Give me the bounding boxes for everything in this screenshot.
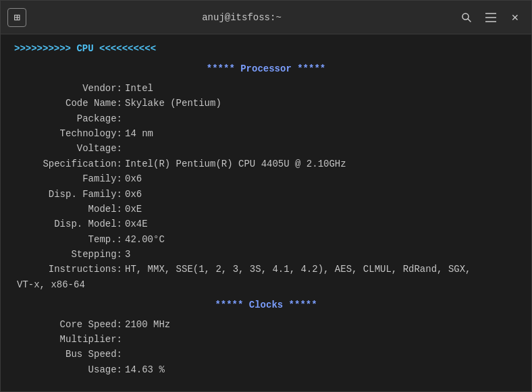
- menu-button[interactable]: [481, 8, 500, 27]
- disp-family-label: Disp. Family:: [14, 187, 122, 202]
- model-value: 0xE: [125, 202, 142, 217]
- voltage-line: Voltage:: [14, 141, 518, 156]
- window-title: anuj@itsfoss:~: [202, 12, 282, 23]
- instructions-cont-line: VT-x, x86-64: [14, 277, 518, 292]
- package-label: Package:: [14, 111, 122, 126]
- multiplier-line: Multiplier:: [14, 332, 518, 347]
- model-line: Model: 0xE: [14, 202, 518, 217]
- codename-line: Code Name: Skylake (Pentium): [14, 96, 518, 111]
- instructions-value: HT, MMX, SSE(1, 2, 3, 3S, 4.1, 4.2), AES…: [125, 262, 471, 277]
- stepping-line: Stepping: 3: [14, 247, 518, 262]
- new-tab-button[interactable]: ⊞: [7, 8, 26, 27]
- spec-label: Specification:: [14, 157, 122, 171]
- technology-value: 14 nm: [125, 126, 153, 141]
- instructions-cont-value: VT-x, x86-64: [17, 277, 85, 292]
- terminal-window: ⊞ anuj@itsfoss:~ ✕: [0, 0, 532, 392]
- processor-header: ***** Processor *****: [14, 61, 518, 76]
- menu-icon: [485, 13, 496, 22]
- clocks-section: ***** Clocks ***** Core Speed: 2100 MHz …: [14, 298, 518, 377]
- usage-label: Usage:: [14, 362, 122, 377]
- codename-value: Skylake (Pentium): [125, 96, 221, 111]
- close-button[interactable]: ✕: [506, 8, 525, 27]
- search-button[interactable]: [457, 8, 476, 27]
- clocks-header: ***** Clocks *****: [14, 298, 518, 312]
- vendor-label: Vendor:: [14, 81, 122, 96]
- core-speed-line: Core Speed: 2100 MHz: [14, 317, 518, 332]
- usage-value: 14.63 %: [125, 362, 165, 377]
- disp-model-value: 0x4E: [125, 217, 148, 231]
- search-icon: [461, 12, 472, 23]
- disp-model-line: Disp. Model: 0x4E: [14, 217, 518, 231]
- close-icon: ✕: [511, 12, 519, 23]
- usage-line: Usage: 14.63 %: [14, 362, 518, 377]
- core-speed-value: 2100 MHz: [125, 317, 170, 332]
- technology-label: Technology:: [14, 126, 122, 141]
- stepping-value: 3: [125, 247, 130, 262]
- package-line: Package:: [14, 111, 518, 126]
- spec-value: Intel(R) Pentium(R) CPU 4405U @ 2.10GHz: [125, 157, 346, 171]
- model-label: Model:: [14, 202, 122, 217]
- family-value: 0x6: [125, 171, 142, 186]
- multiplier-label: Multiplier:: [14, 332, 122, 347]
- vendor-line: Vendor: Intel: [14, 81, 518, 96]
- disp-model-label: Disp. Model:: [14, 217, 122, 231]
- instructions-label: Instructions:: [14, 262, 122, 277]
- instructions-line: Instructions: HT, MMX, SSE(1, 2, 3, 3S, …: [14, 262, 518, 277]
- new-tab-icon: ⊞: [14, 11, 20, 24]
- voltage-label: Voltage:: [14, 141, 122, 156]
- svg-line-1: [468, 19, 471, 22]
- stepping-label: Stepping:: [14, 247, 122, 262]
- temp-label: Temp.:: [14, 232, 122, 247]
- titlebar-controls: ✕: [457, 8, 525, 27]
- temp-value: 42.00°C: [125, 232, 165, 247]
- temp-line: Temp.: 42.00°C: [14, 232, 518, 247]
- family-line: Family: 0x6: [14, 171, 518, 186]
- titlebar-left: ⊞: [7, 8, 26, 27]
- bus-speed-line: Bus Speed:: [14, 347, 518, 362]
- codename-label: Code Name:: [14, 96, 122, 111]
- titlebar: ⊞ anuj@itsfoss:~ ✕: [1, 1, 531, 34]
- spec-line: Specification: Intel(R) Pentium(R) CPU 4…: [14, 157, 518, 171]
- cpu-header: >>>>>>>>>> CPU <<<<<<<<<<: [14, 41, 518, 56]
- bus-speed-label: Bus Speed:: [14, 347, 122, 362]
- family-label: Family:: [14, 171, 122, 186]
- terminal-content: >>>>>>>>>> CPU <<<<<<<<<< ***** Processo…: [1, 34, 531, 391]
- technology-line: Technology: 14 nm: [14, 126, 518, 141]
- disp-family-line: Disp. Family: 0x6: [14, 187, 518, 202]
- disp-family-value: 0x6: [125, 187, 142, 202]
- vendor-value: Intel: [125, 81, 153, 96]
- core-speed-label: Core Speed:: [14, 317, 122, 332]
